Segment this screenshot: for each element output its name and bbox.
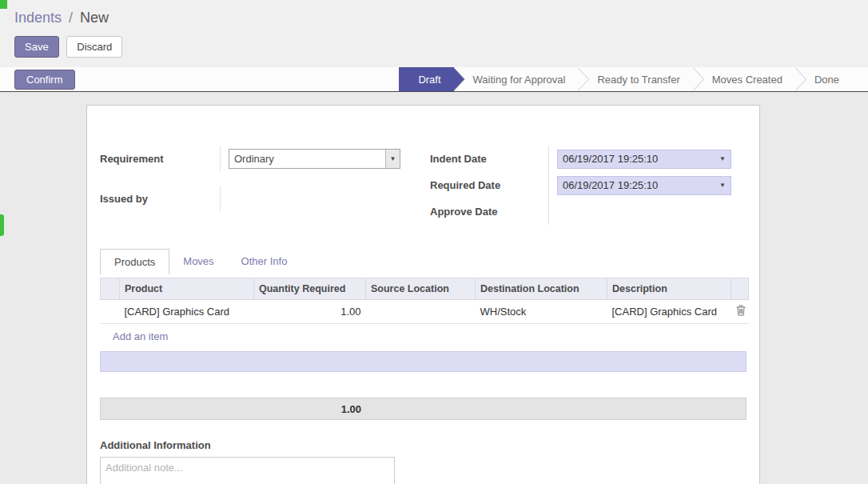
row-handle[interactable] <box>101 300 120 324</box>
form-fields: Requirement Ordinary ▼ Issued by Indent … <box>100 146 747 225</box>
confirm-button[interactable]: Confirm <box>14 70 75 90</box>
delete-row-button[interactable] <box>731 300 749 324</box>
top-bar: Indents / New Save Discard <box>0 0 868 67</box>
status-step-waiting-for-approval[interactable]: Waiting for Approval <box>454 67 579 91</box>
product-cell[interactable]: [CARD] Graphics Card <box>120 300 254 324</box>
breadcrumb-indents-link[interactable]: Indents <box>14 10 62 26</box>
quantity-required-column-header[interactable]: Quantity Required <box>254 278 366 300</box>
table-row[interactable]: [CARD] Graphics Card 1.00 WH/Stock [CARD… <box>101 300 749 324</box>
destination-location-column-header[interactable]: Destination Location <box>476 278 607 300</box>
status-steps: Draft Waiting for Approval Ready to Tran… <box>399 67 852 91</box>
source-location-column-header[interactable]: Source Location <box>366 278 476 300</box>
description-column-header[interactable]: Description <box>607 278 731 300</box>
approve-date-label: Approve Date <box>430 198 548 225</box>
tab-bar: Products Moves Other Info <box>100 249 747 274</box>
requirement-value: Ordinary <box>234 153 274 165</box>
indent-date-label: Indent Date <box>430 146 548 172</box>
description-cell[interactable]: [CARD] Graphics Card <box>607 300 731 324</box>
breadcrumb-current: New <box>80 10 109 26</box>
content-area: Requirement Ordinary ▼ Issued by Indent … <box>0 105 868 474</box>
status-step-draft[interactable]: Draft <box>399 67 453 91</box>
product-column-header[interactable]: Product <box>120 278 254 300</box>
chevron-down-icon[interactable]: ▼ <box>719 182 726 189</box>
handle-column-header <box>101 278 120 300</box>
status-bar: Confirm Draft Waiting for Approval Ready… <box>0 67 868 92</box>
table-total-bar: 1.00 <box>100 398 747 420</box>
form-sheet: Requirement Ordinary ▼ Issued by Indent … <box>86 105 760 484</box>
quantity-required-cell[interactable]: 1.00 <box>254 300 366 324</box>
source-location-cell[interactable] <box>366 300 476 324</box>
green-corner-marker <box>0 0 7 9</box>
delete-column-header <box>731 278 749 300</box>
requirement-select[interactable]: Ordinary ▼ <box>229 149 400 169</box>
destination-location-cell[interactable]: WH/Stock <box>476 300 607 324</box>
discard-button[interactable]: Discard <box>66 36 122 58</box>
required-date-input[interactable]: 06/19/2017 19:25:10 ▼ <box>557 176 731 195</box>
breadcrumb: Indents / New <box>14 10 854 26</box>
table-header-row: Product Quantity Required Source Locatio… <box>101 278 749 300</box>
requirement-label: Requirement <box>100 146 220 172</box>
add-an-item-link[interactable]: Add an item <box>100 324 747 349</box>
additional-information-label: Additional Information <box>100 439 747 451</box>
breadcrumb-separator: / <box>66 10 76 26</box>
green-edge-marker <box>0 214 4 236</box>
save-button[interactable]: Save <box>14 36 59 58</box>
notebook: Products Moves Other Info Product Quanti… <box>100 249 747 420</box>
required-date-value: 06/19/2017 19:25:10 <box>563 179 658 191</box>
indent-date-value: 06/19/2017 19:25:10 <box>563 153 658 165</box>
tab-moves[interactable]: Moves <box>169 249 227 274</box>
additional-note-textarea[interactable] <box>100 457 395 484</box>
issued-by-label: Issued by <box>100 186 220 212</box>
status-step-ready-to-transfer[interactable]: Ready to Transfer <box>578 67 692 91</box>
status-step-moves-created[interactable]: Moves Created <box>693 67 795 91</box>
required-date-label: Required Date <box>430 172 548 198</box>
empty-edit-row[interactable] <box>100 351 747 372</box>
tab-products[interactable]: Products <box>100 249 169 274</box>
tab-other-info[interactable]: Other Info <box>228 249 301 274</box>
indent-date-input[interactable]: 06/19/2017 19:25:10 ▼ <box>557 150 731 169</box>
products-table: Product Quantity Required Source Locatio… <box>100 278 749 324</box>
toolbar: Save Discard <box>14 36 854 58</box>
trash-icon[interactable] <box>736 306 746 318</box>
chevron-down-icon[interactable]: ▼ <box>719 155 726 162</box>
chevron-down-icon[interactable]: ▼ <box>385 150 400 168</box>
total-quantity: 1.00 <box>101 403 366 415</box>
